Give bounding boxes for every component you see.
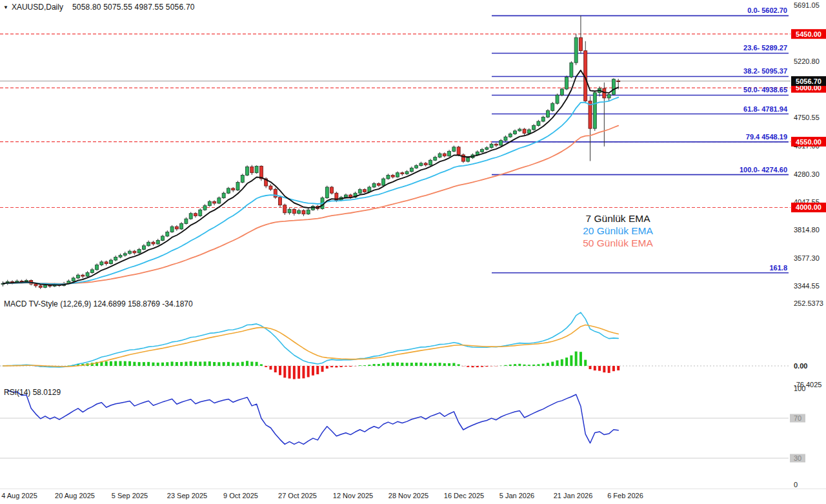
bear-candle bbox=[250, 166, 254, 172]
bull-candle bbox=[241, 175, 244, 182]
macd-values: 124.6899 158.8769 -34.1870 bbox=[94, 299, 193, 308]
bull-candle bbox=[325, 187, 328, 198]
bull-candle bbox=[481, 150, 484, 152]
macd-histogram-bar bbox=[143, 362, 145, 366]
bull-candle bbox=[565, 77, 569, 89]
bull-candle bbox=[180, 224, 183, 229]
macd-histogram-bar bbox=[288, 366, 291, 379]
bull-candle bbox=[189, 214, 192, 219]
ema-legend: 7 Günlük EMA 20 Günlük EMA 50 Günlük EMA bbox=[561, 212, 674, 249]
rsi-value: 58.0129 bbox=[33, 388, 61, 397]
macd-histogram-bar bbox=[302, 366, 305, 378]
macd-histogram-bar bbox=[419, 363, 422, 366]
bull-candle bbox=[387, 175, 390, 179]
bull-candle bbox=[109, 260, 112, 264]
price-chart-canvas[interactable]: 0.0- 5602.7023.6- 5289.2738.2- 5095.3750… bbox=[0, 0, 826, 504]
bull-candle bbox=[44, 285, 47, 287]
bull-candle bbox=[556, 95, 559, 103]
bull-candle bbox=[438, 154, 441, 157]
macd-histogram-bar bbox=[260, 364, 263, 366]
bear-candle bbox=[194, 214, 197, 216]
macd-histogram-bar bbox=[152, 363, 154, 366]
macd-histogram-bar bbox=[119, 361, 122, 366]
bull-candle bbox=[382, 179, 385, 185]
bull-candle bbox=[428, 160, 432, 165]
macd-histogram-bar bbox=[476, 366, 479, 367]
bull-candle bbox=[372, 183, 376, 187]
bear-candle bbox=[617, 81, 620, 81]
bear-candle bbox=[213, 201, 216, 203]
macd-axis-tick: 252.5373 bbox=[794, 299, 823, 307]
bull-candle bbox=[467, 158, 470, 162]
bear-candle bbox=[279, 197, 282, 205]
date-axis-label: 4 Aug 2025 bbox=[1, 492, 37, 499]
macd-histogram-bar bbox=[110, 361, 112, 366]
bull-candle bbox=[546, 110, 549, 117]
bear-candle bbox=[424, 163, 427, 165]
bull-candle bbox=[551, 103, 554, 110]
bear-candle bbox=[302, 210, 305, 214]
bull-candle bbox=[593, 93, 596, 129]
macd-histogram-bar bbox=[316, 366, 319, 374]
symbol-dropdown-icon[interactable]: ▼ bbox=[3, 5, 8, 10]
bull-candle bbox=[527, 130, 530, 134]
date-axis-label: 27 Oct 2025 bbox=[278, 492, 317, 499]
macd-histogram-bar bbox=[514, 364, 516, 366]
bear-candle bbox=[269, 186, 272, 189]
macd-histogram-bar bbox=[547, 363, 549, 366]
symbol-title: XAUUSD,Daily bbox=[12, 3, 63, 12]
ema20-legend-label: 20 Günlük EMA bbox=[561, 225, 674, 237]
date-axis-label: 5 Jan 2026 bbox=[499, 492, 534, 499]
fib-level-label: 61.8- 4781.94 bbox=[743, 105, 788, 113]
macd-histogram-bar bbox=[401, 363, 403, 366]
bear-candle bbox=[292, 209, 296, 213]
macd-histogram-bar bbox=[105, 361, 108, 366]
macd-histogram-bar bbox=[608, 366, 610, 373]
bear-candle bbox=[175, 227, 178, 229]
fib-level-label: 23.6- 5289.27 bbox=[743, 44, 787, 52]
macd-histogram-bar bbox=[237, 363, 239, 366]
bear-candle bbox=[152, 242, 155, 244]
bull-candle bbox=[100, 262, 103, 265]
date-axis-label: 6 Feb 2026 bbox=[607, 492, 643, 499]
macd-histogram-bar bbox=[133, 362, 136, 366]
rsi-title: RSI(14) bbox=[4, 388, 30, 397]
bull-candle bbox=[142, 246, 145, 250]
bull-candle bbox=[504, 137, 507, 141]
macd-histogram-bar bbox=[171, 361, 174, 366]
bull-candle bbox=[137, 249, 141, 253]
macd-histogram-bar bbox=[293, 366, 296, 379]
bull-candle bbox=[415, 166, 418, 168]
macd-histogram-bar bbox=[617, 366, 620, 370]
bull-candle bbox=[86, 273, 89, 277]
date-axis-label: 16 Dec 2025 bbox=[444, 492, 484, 499]
bull-candle bbox=[156, 240, 159, 244]
macd-axis-tick: 0.00 bbox=[794, 362, 807, 370]
macd-histogram-bar bbox=[213, 362, 216, 366]
macd-histogram-bar bbox=[410, 363, 413, 366]
bull-candle bbox=[119, 256, 122, 257]
bull-candle bbox=[499, 141, 503, 145]
macd-histogram-bar bbox=[312, 366, 314, 376]
date-axis-label: 9 Oct 2025 bbox=[223, 492, 258, 499]
fib-level-label: 0.0- 5602.70 bbox=[747, 6, 787, 14]
price-axis-tick: 3344.55 bbox=[794, 282, 820, 290]
bull-candle bbox=[72, 278, 75, 281]
macd-histogram-bar bbox=[485, 366, 488, 367]
macd-histogram-bar bbox=[321, 366, 324, 372]
bear-candle bbox=[81, 275, 85, 276]
macd-histogram-bar bbox=[208, 361, 211, 366]
macd-histogram-bar bbox=[194, 362, 197, 366]
macd-histogram-bar bbox=[556, 360, 559, 366]
bull-candle bbox=[570, 63, 573, 77]
bull-candle bbox=[199, 210, 202, 216]
macd-histogram-bar bbox=[368, 365, 370, 366]
price-axis-tick: 5691.05 bbox=[794, 1, 820, 9]
macd-histogram-bar bbox=[345, 366, 347, 367]
bear-candle bbox=[232, 188, 235, 190]
macd-histogram-bar bbox=[429, 363, 432, 366]
macd-histogram-bar bbox=[265, 366, 267, 367]
macd-histogram-bar bbox=[434, 363, 436, 366]
macd-histogram-bar bbox=[359, 365, 361, 366]
date-axis-label: 5 Sep 2025 bbox=[112, 492, 148, 499]
